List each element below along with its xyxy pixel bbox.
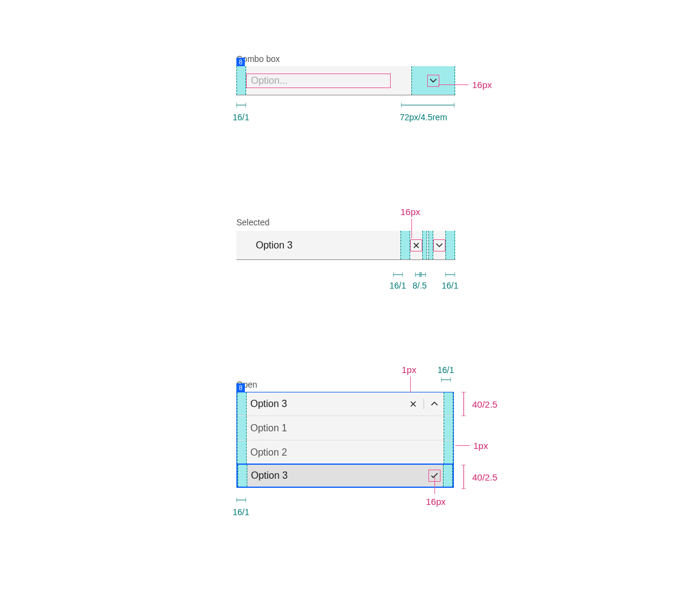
- open-padding-right: [444, 392, 453, 416]
- open-combo-container: Option 3 Option 1: [236, 392, 454, 488]
- chevron-down-icon[interactable]: [427, 75, 439, 87]
- spacing-16b-dim: 16/1: [445, 272, 455, 278]
- spacing-16-dim: 16/1: [393, 272, 403, 278]
- menu-divider-label: 1px: [473, 440, 488, 451]
- open-padding-left: [237, 392, 247, 416]
- open-title: Open: [236, 380, 504, 389]
- menu-padding-right: [443, 465, 453, 487]
- spacing-badge-8: 8: [236, 58, 245, 66]
- icon-size-annotation-2: 16px: [400, 207, 420, 217]
- icon-size-annotation: 16px: [438, 80, 492, 90]
- header-height-label: 40/2.5: [472, 399, 498, 409]
- text-area-outline: [246, 74, 391, 88]
- selected-value: Option 3: [256, 240, 400, 251]
- header-height-bracket: 40/2.5: [461, 392, 467, 416]
- menu-item[interactable]: Option 2: [237, 440, 453, 464]
- left-16-label-open: 16/1: [233, 507, 249, 517]
- open-spec: Open 8 1px 16/1 Option 3: [236, 380, 504, 488]
- combo-box-title: Combo box: [236, 54, 462, 64]
- combo-box-field[interactable]: Option...: [236, 66, 455, 95]
- menu-item-label: Option 3: [247, 470, 428, 481]
- close-icon[interactable]: [410, 239, 422, 252]
- selected-spec: Selected Option 3 16px 16/1 8/.5 16/1: [236, 217, 473, 260]
- left-padding-dim: 16/1: [236, 103, 246, 109]
- menu-item-selected[interactable]: Option 3: [236, 464, 454, 488]
- spacing-16-label: 16/1: [389, 281, 406, 290]
- menu-padding-left: [237, 440, 247, 464]
- right-16-dim: 16/1: [441, 376, 451, 382]
- menu-item[interactable]: Option 1: [237, 416, 453, 440]
- close-right-8: [422, 231, 427, 259]
- menu-padding-right: [444, 440, 453, 464]
- menu-padding-right: [444, 416, 453, 440]
- spacing-8-dim: 8/.5: [415, 272, 426, 278]
- left-padding-label: 16/1: [233, 112, 249, 122]
- chevron-up-icon[interactable]: [430, 402, 439, 406]
- selected-height-bracket: 40/2.5: [461, 465, 467, 489]
- open-header-row[interactable]: Option 3: [237, 392, 453, 416]
- close-icon[interactable]: [409, 400, 417, 408]
- right-width-dim: 72px/4.5rem: [401, 103, 455, 109]
- close-left-16: [400, 231, 410, 259]
- selected-field[interactable]: Option 3: [236, 231, 455, 260]
- open-menu: Option 1 Option 2 Option 3: [237, 416, 453, 488]
- menu-padding-left: [238, 465, 247, 487]
- check-size-label: 16px: [426, 496, 446, 507]
- menu-padding-left: [237, 416, 247, 440]
- chevron-right-16: [445, 231, 455, 259]
- close-icon-size: 16px: [400, 207, 420, 217]
- chevron-left-8: [428, 231, 433, 259]
- selected-title: Selected: [236, 217, 473, 227]
- padding-left-16: [236, 66, 246, 95]
- vertical-divider: [424, 399, 424, 409]
- divider-size: 1px: [402, 365, 416, 375]
- right-width-label: 72px/4.5rem: [400, 112, 447, 122]
- spacing-8-label: 8/.5: [413, 281, 427, 290]
- open-selected-value: Option 3: [247, 399, 409, 409]
- chevron-down-icon[interactable]: [433, 239, 445, 252]
- menu-item-label: Option 1: [247, 423, 444, 434]
- divider-1px-annotation: 1px: [402, 365, 416, 375]
- icon-size-label: 16px: [472, 80, 492, 90]
- menu-divider-annotation: 1px: [455, 440, 488, 451]
- right-16-label: 16/1: [437, 365, 454, 375]
- selected-height-label: 40/2.5: [472, 472, 498, 482]
- menu-item-label: Option 2: [247, 447, 444, 458]
- combo-box-spec: Combo box 8 Option... 16px 16/1 72px/4.5…: [236, 54, 462, 95]
- spacing-16b-label: 16/1: [442, 281, 458, 290]
- left-16-dim-open: 16/1: [236, 498, 246, 504]
- spacing-badge-8-open: 8: [236, 383, 245, 392]
